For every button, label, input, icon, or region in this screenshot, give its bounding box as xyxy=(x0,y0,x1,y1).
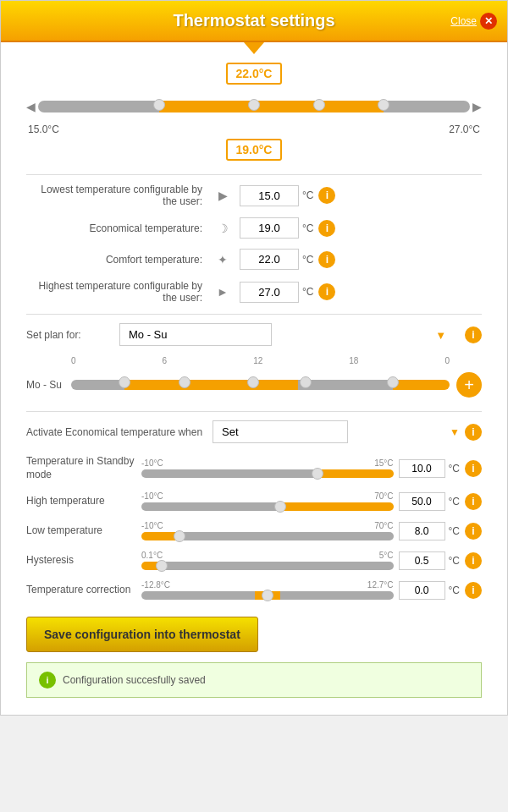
correction-info-icon[interactable]: i xyxy=(465,582,482,599)
slider-left-arrow[interactable]: ◀ xyxy=(26,100,36,113)
lowest-info-icon[interactable]: i xyxy=(318,187,335,204)
schedule-thumb-5[interactable] xyxy=(387,376,399,388)
highest-icon: ► xyxy=(213,285,233,299)
comfort-info-icon[interactable]: i xyxy=(318,251,335,268)
hysteresis-input-area: °C i xyxy=(399,551,482,570)
content-area: 22.0°C ◀ ☽ ✦ ▶ 15.0°C 27 xyxy=(1,54,507,715)
eco-temp-input[interactable] xyxy=(240,217,299,239)
main-thumb-right[interactable] xyxy=(378,99,389,111)
main-thumb-mid[interactable] xyxy=(248,99,260,111)
eco-select-wrapper[interactable]: Set Always Never ▼ xyxy=(213,420,465,443)
hysteresis-value-input[interactable] xyxy=(399,551,445,570)
high-thumb[interactable] xyxy=(274,501,286,513)
slider-max-label: 27.0°C xyxy=(449,123,480,135)
top-slider-section: 22.0°C ◀ ☽ ✦ ▶ 15.0°C 27 xyxy=(26,63,482,161)
hysteresis-max-label: 5°C xyxy=(379,551,394,560)
low-min-label: -10°C xyxy=(141,521,163,530)
plan-select[interactable]: Mo - Su Mo - Fr Sa - Su xyxy=(119,323,272,346)
hysteresis-track[interactable] xyxy=(141,562,394,570)
comfort-temp-input[interactable] xyxy=(240,249,299,270)
standby-track[interactable] xyxy=(141,469,394,478)
window-title: Thermostat settings xyxy=(173,11,334,30)
main-thumb-mid2[interactable] xyxy=(313,99,325,111)
schedule-area: 0 6 12 18 0 Mo - Su + xyxy=(26,356,482,398)
schedule-thumb-2[interactable] xyxy=(179,376,190,388)
low-max-label: 70°C xyxy=(374,521,393,530)
activate-eco-label: Activate Economical temperature when xyxy=(26,426,213,438)
low-track[interactable] xyxy=(141,532,394,540)
standby-info-icon[interactable]: i xyxy=(465,460,482,477)
title-notch xyxy=(244,42,264,54)
eco-select-arrow-icon: ▼ xyxy=(450,426,460,438)
correction-input-area: °C i xyxy=(399,581,482,600)
schedule-track: Mo - Su + xyxy=(26,372,482,398)
hysteresis-thumb[interactable] xyxy=(156,560,168,572)
hysteresis-info-icon[interactable]: i xyxy=(465,552,482,569)
close-area[interactable]: Close ✕ xyxy=(450,13,497,30)
hysteresis-unit: °C xyxy=(449,555,460,567)
activate-eco-info-icon[interactable]: i xyxy=(465,424,482,441)
correction-label: Temperature correction xyxy=(26,584,136,597)
correction-track[interactable] xyxy=(141,591,394,600)
high-slider-container: -10°C 70°C xyxy=(136,491,399,511)
standby-slider-container: -10°C 15°C xyxy=(136,458,399,478)
highest-unit: °C xyxy=(302,286,313,298)
standby-thumb[interactable] xyxy=(312,468,323,480)
close-label[interactable]: Close xyxy=(450,15,477,27)
main-thumb-left[interactable] xyxy=(153,99,165,111)
lowest-temp-input[interactable] xyxy=(240,185,299,206)
correction-thumb[interactable] xyxy=(262,590,273,601)
separator-1 xyxy=(26,174,482,175)
high-slider-row: High temperature -10°C 70°C °C i xyxy=(26,491,482,511)
high-track[interactable] xyxy=(141,502,394,511)
main-track[interactable] xyxy=(38,101,470,112)
eco-temp-label: Economical temperature: xyxy=(26,222,213,234)
close-button[interactable]: ✕ xyxy=(480,13,497,30)
comfort-icon: ✦ xyxy=(213,253,233,266)
lowest-icon: ▶ xyxy=(213,189,233,202)
eco-select[interactable]: Set Always Never xyxy=(213,420,348,443)
plan-info-icon[interactable]: i xyxy=(465,326,482,343)
add-schedule-button[interactable]: + xyxy=(456,372,482,398)
plan-select-arrow-icon: ▼ xyxy=(435,328,446,341)
correction-value-input[interactable] xyxy=(399,581,445,600)
lowest-temp-row: Lowest temperature configurable by the u… xyxy=(26,184,482,207)
correction-slider-row: Temperature correction -12.8°C 12.7°C °C… xyxy=(26,580,482,600)
highest-info-icon[interactable]: i xyxy=(318,283,335,300)
standby-value-input[interactable] xyxy=(399,459,445,478)
low-slider-container: -10°C 70°C xyxy=(136,521,399,540)
low-info-icon[interactable]: i xyxy=(465,523,482,540)
success-text: Configuration succesfully saved xyxy=(63,674,206,686)
eco-info-icon[interactable]: i xyxy=(318,220,335,237)
schedule-thumb-1[interactable] xyxy=(119,376,130,388)
form-section: Lowest temperature configurable by the u… xyxy=(26,184,482,304)
title-bar: Thermostat settings Close ✕ xyxy=(1,1,507,42)
comfort-unit: °C xyxy=(302,254,313,266)
lowest-unit: °C xyxy=(302,189,313,201)
eco-unit: °C xyxy=(302,222,313,234)
success-icon: i xyxy=(39,672,56,689)
eco-temp-row: Economical temperature: ☽ °C i xyxy=(26,217,482,239)
slider-right-arrow[interactable]: ▶ xyxy=(472,100,482,113)
schedule-bar-container[interactable] xyxy=(71,376,450,393)
low-range-labels: -10°C 70°C xyxy=(141,521,394,530)
plan-select-wrapper[interactable]: Mo - Su Mo - Fr Sa - Su ▼ xyxy=(119,323,451,346)
low-thumb[interactable] xyxy=(174,530,185,542)
schedule-thumb-3[interactable] xyxy=(247,376,259,388)
highest-temp-input[interactable] xyxy=(240,282,299,303)
high-max-label: 70°C xyxy=(374,491,393,501)
low-value-input[interactable] xyxy=(399,522,445,540)
comfort-temp-row: Comfort temperature: ✦ °C i xyxy=(26,249,482,270)
high-input-area: °C i xyxy=(399,492,482,511)
standby-min-label: -10°C xyxy=(141,458,163,468)
high-info-icon[interactable]: i xyxy=(465,493,482,510)
highest-temp-row: Highest temperature configurable by the … xyxy=(26,280,482,304)
save-configuration-button[interactable]: Save configuration into thermostat xyxy=(26,617,258,652)
hour-24-label: 0 xyxy=(444,356,450,365)
standby-range-labels: -10°C 15°C xyxy=(141,458,394,468)
schedule-thumb-4[interactable] xyxy=(300,376,312,388)
low-unit: °C xyxy=(449,525,460,537)
high-value-input[interactable] xyxy=(399,492,445,511)
main-slider-wrapper[interactable]: ◀ ☽ ✦ ▶ xyxy=(26,90,482,123)
activate-eco-row: Activate Economical temperature when Set… xyxy=(26,420,482,443)
